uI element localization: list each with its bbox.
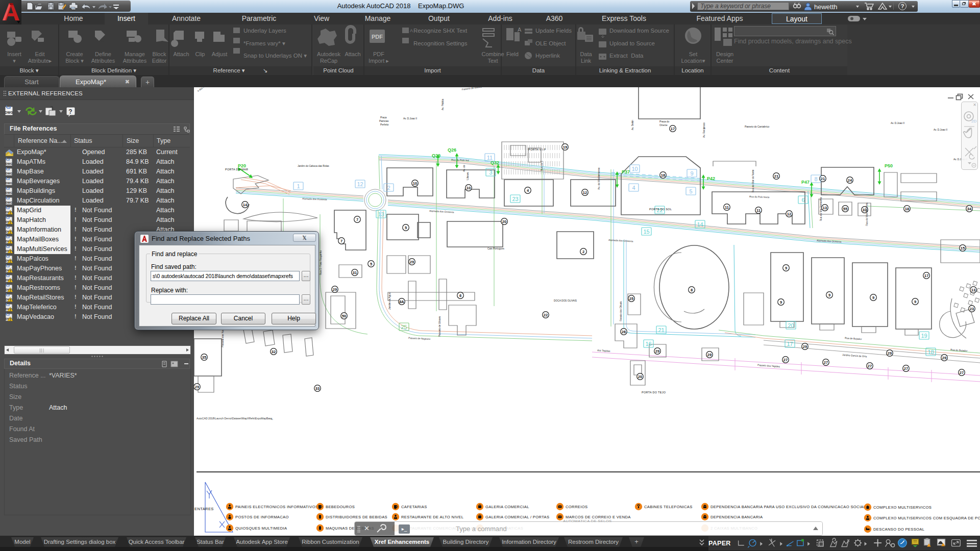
svg-text:Alameda dos Oceanos: Alameda dos Oceanos <box>608 239 633 243</box>
svg-text:33: 33 <box>315 386 320 391</box>
svg-text:CORREIOS: CORREIOS <box>566 505 587 509</box>
svg-text:13: 13 <box>823 206 827 210</box>
svg-text:DOCA DOS OLIVAIS: DOCA DOS OLIVAIS <box>554 299 577 302</box>
svg-text:16: 16 <box>645 341 651 347</box>
svg-text:10: 10 <box>467 186 471 190</box>
svg-text:A: A <box>410 28 413 33</box>
svg-text:9: 9 <box>872 295 874 300</box>
svg-text:29: 29 <box>655 349 659 354</box>
svg-text:5: 5 <box>370 262 372 266</box>
svg-text:Av. D.Joao II: Av. D.Joao II <box>891 122 904 124</box>
svg-text:Praca do: Praca do <box>659 120 670 123</box>
svg-text:18: 18 <box>661 173 665 178</box>
svg-text:dos Tagides: dos Tagides <box>597 349 610 353</box>
svg-text:Passeio de Ulisses: Passeio de Ulisses <box>438 316 441 337</box>
svg-text:Rua do Bojador: Rua do Bojador <box>950 348 968 352</box>
svg-text:GALERIA COMERCIAL / PORTAS: GALERIA COMERCIAL / PORTAS <box>485 515 549 519</box>
svg-text:Jardim da Agua: Jardim da Agua <box>388 292 391 310</box>
svg-text:7: 7 <box>340 239 342 243</box>
svg-text:Passeio dos Tagides: Passeio dos Tagides <box>757 364 780 368</box>
svg-text:Jardim do Cabeca das Rolas: Jardim do Cabeca das Rolas <box>298 165 329 167</box>
svg-text:P50: P50 <box>885 163 893 168</box>
svg-text:Ulisses: Ulisses <box>467 172 469 180</box>
svg-text:8: 8 <box>691 288 693 292</box>
svg-text:ENTARES: ENTARES <box>194 507 214 511</box>
svg-text:BEBEDOUROS: BEBEDOUROS <box>326 505 355 509</box>
svg-text:9: 9 <box>914 299 916 304</box>
svg-text:19: 19 <box>921 333 927 339</box>
svg-text:19: 19 <box>563 145 567 149</box>
svg-text:Q32: Q32 <box>491 160 499 165</box>
svg-text:DEPENDENCIA BANCARIA: DEPENDENCIA BANCARIA <box>710 515 763 519</box>
svg-text:AutoCAD 2018\Launch Demo\Dat: AutoCAD 2018\Launch Demo\Dataset\MapXRef… <box>197 417 274 420</box>
svg-text:55: 55 <box>843 207 847 211</box>
svg-text:11: 11 <box>756 208 761 213</box>
svg-text:32: 32 <box>272 349 276 354</box>
svg-text:18: 18 <box>927 349 934 355</box>
svg-text:Praca: Praca <box>380 116 387 119</box>
svg-text:Rua do Polo Norte: Rua do Polo Norte <box>749 195 770 198</box>
svg-text:25: 25 <box>401 324 407 330</box>
svg-text:27: 27 <box>868 364 872 368</box>
svg-text:10: 10 <box>413 181 417 186</box>
svg-text:Passeio do Cantabrico: Passeio do Cantabrico <box>745 126 770 128</box>
svg-text:DESCANSO DO PESSOAL: DESCANSO DO PESSOAL <box>873 527 924 532</box>
svg-text:Rossio dos Olivais: Rossio dos Olivais <box>620 301 622 321</box>
svg-text:4: 4 <box>632 185 635 191</box>
svg-text:Av. Berlin: Av. Berlin <box>631 120 634 130</box>
svg-text:Perfeito: Perfeito <box>380 123 389 126</box>
svg-text:21: 21 <box>658 327 664 333</box>
svg-text:PDF: PDF <box>372 34 383 40</box>
svg-text:o dos Rolas: o dos Rolas <box>197 87 209 92</box>
svg-text:COMPLEXO MULTISERVICOS COM: COMPLEXO MULTISERVICOS COM ESQUADRA DE P… <box>873 516 980 520</box>
svg-text:9: 9 <box>690 170 693 177</box>
svg-text:RESTAURANTE DE ALTO NIVEL: RESTAURANTE DE ALTO NIVEL <box>401 515 463 519</box>
svg-text:PORTA DO TEJO: PORTA DO TEJO <box>642 391 666 394</box>
svg-text:2: 2 <box>387 185 390 191</box>
svg-text:Rua do Mar do Norte: Rua do Mar do Norte <box>752 169 754 192</box>
svg-text:17: 17 <box>671 127 675 131</box>
svg-text:Cais Portugues: Cais Portugues <box>487 247 504 250</box>
svg-text:20: 20 <box>638 374 642 379</box>
svg-text:27: 27 <box>824 360 828 365</box>
svg-text:8A: 8A <box>399 299 404 304</box>
svg-text:Jardins Garcia de Orta: Jardins Garcia de Orta <box>842 354 867 358</box>
svg-text:P47: P47 <box>801 180 810 185</box>
svg-text:Alameda dos Oceanos: Alameda dos Oceanos <box>302 197 327 201</box>
svg-text:2: 2 <box>582 249 584 254</box>
svg-text:Alameda dos Oceanos: Alameda dos Oceanos <box>429 210 454 214</box>
svg-text:Passeio do Baltico: Passeio do Baltico <box>461 87 482 91</box>
svg-text:23: 23 <box>970 307 974 311</box>
svg-text:31: 31 <box>353 270 357 275</box>
svg-text:17: 17 <box>924 273 928 278</box>
svg-text:Av. D.Joao II: Av. D.Joao II <box>934 129 947 131</box>
svg-text:?: ? <box>68 108 72 115</box>
svg-text:3: 3 <box>489 169 492 176</box>
svg-text:24: 24 <box>848 178 852 183</box>
svg-text:9: 9 <box>780 300 782 305</box>
svg-text:12: 12 <box>787 212 791 216</box>
svg-text:11: 11 <box>725 205 729 210</box>
svg-text:Av. do Mediterraneo: Av. do Mediterraneo <box>598 167 600 189</box>
svg-text:12: 12 <box>583 190 587 195</box>
svg-text:27: 27 <box>783 358 788 362</box>
svg-text:GALERIA COMERCIAL: GALERIA COMERCIAL <box>485 505 529 509</box>
svg-text:Rua do Mar Vermelho: Rua do Mar Vermelho <box>820 197 822 221</box>
svg-text:DWG: DWG <box>6 172 12 175</box>
svg-text:9: 9 <box>828 293 830 297</box>
svg-text:29: 29 <box>333 287 337 292</box>
svg-text:Passeio de Neptuno: Passeio de Neptuno <box>408 337 431 340</box>
svg-text:5: 5 <box>689 188 692 194</box>
svg-text:Q26: Q26 <box>448 147 456 153</box>
svg-text:QUIOSQUES MULTIMEDIA: QUIOSQUES MULTIMEDIA <box>235 526 287 531</box>
svg-text:Alameda dos Oceanos: Alameda dos Oceanos <box>817 239 842 243</box>
svg-text:COMPLEXO MULTISERVICOS: COMPLEXO MULTISERVICOS <box>873 505 932 510</box>
svg-text:2D: 2D <box>971 119 976 123</box>
svg-text:DWG: DWG <box>6 191 12 194</box>
svg-text:POSTOS DE INFORMACAO: POSTOS DE INFORMACAO <box>235 515 289 519</box>
svg-text:21: 21 <box>774 174 778 179</box>
svg-text:6: 6 <box>459 293 461 298</box>
svg-text:Av. de: Av. de <box>463 165 465 171</box>
svg-text:Rua do Mar do China: Rua do Mar do China <box>866 203 868 226</box>
svg-text:Patricias: Patricias <box>379 120 389 122</box>
